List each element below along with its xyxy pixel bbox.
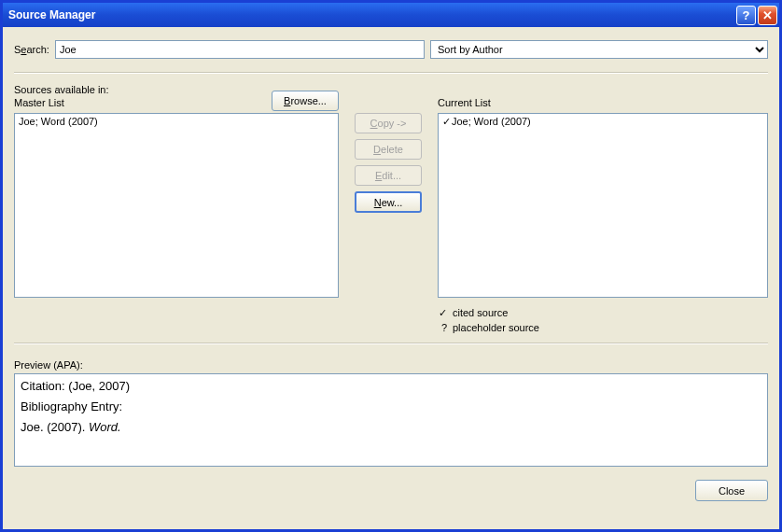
master-list-column: Sources available in: Master List Browse… — [14, 83, 339, 335]
legend-cited-label: cited source — [453, 307, 508, 318]
preview-bib-entry: Joe. (2007). Word. — [21, 419, 761, 436]
current-list-column: Current List ✓Joe; Word (2007) ✓cited so… — [438, 83, 768, 335]
current-list-box[interactable]: ✓Joe; Word (2007) — [438, 113, 768, 298]
search-input[interactable] — [55, 40, 425, 59]
sort-select[interactable]: Sort by Author — [430, 40, 768, 59]
window-title: Source Manager — [8, 8, 734, 21]
window-close-button[interactable]: ✕ — [758, 6, 777, 25]
source-manager-dialog: Source Manager ? ✕ Search: Sort by Autho… — [0, 0, 782, 532]
list-item[interactable]: ✓Joe; Word (2007) — [440, 115, 765, 128]
master-list-label: Master List — [14, 96, 109, 109]
title-bar: Source Manager ? ✕ — [3, 3, 779, 27]
edit-button[interactable]: Edit... — [355, 165, 422, 186]
separator-mid — [14, 343, 768, 344]
sources-available-label: Sources available in: — [14, 83, 109, 96]
list-item[interactable]: Joe; Word (2007) — [17, 115, 336, 128]
legend: ✓cited source ?placeholder source — [438, 305, 768, 335]
lists-area: Sources available in: Master List Browse… — [14, 83, 768, 335]
preview-label: Preview (APA): — [14, 359, 768, 371]
dialog-client-area: Search: Sort by Author Sources available… — [3, 27, 779, 529]
help-button[interactable]: ? — [736, 6, 756, 25]
separator-top — [14, 72, 768, 74]
check-icon: ✓ — [442, 115, 452, 128]
preview-bib-label: Bibliography Entry: — [21, 399, 761, 415]
question-icon: ? — [438, 320, 453, 335]
dialog-footer: Close — [14, 467, 768, 501]
legend-placeholder-label: placeholder source — [453, 322, 539, 333]
preview-box[interactable]: Citation: (Joe, 2007) Bibliography Entry… — [14, 373, 768, 467]
search-label: Search: — [14, 44, 49, 55]
close-icon: ✕ — [762, 8, 773, 22]
help-icon: ? — [743, 8, 750, 22]
close-button[interactable]: Close — [695, 480, 768, 501]
check-icon: ✓ — [438, 305, 453, 320]
search-row: Search: Sort by Author — [14, 40, 768, 59]
master-list-box[interactable]: Joe; Word (2007) — [14, 113, 339, 298]
copy-button[interactable]: Copy -> — [355, 113, 422, 133]
preview-citation-line: Citation: (Joe, 2007) — [21, 378, 761, 395]
current-list-label: Current List — [438, 96, 491, 109]
delete-button[interactable]: Delete — [355, 139, 422, 160]
new-button[interactable]: New... — [355, 191, 422, 213]
transfer-buttons-column: Copy -> Delete Edit... New... — [352, 83, 425, 335]
browse-button[interactable]: Browse... — [272, 91, 339, 111]
